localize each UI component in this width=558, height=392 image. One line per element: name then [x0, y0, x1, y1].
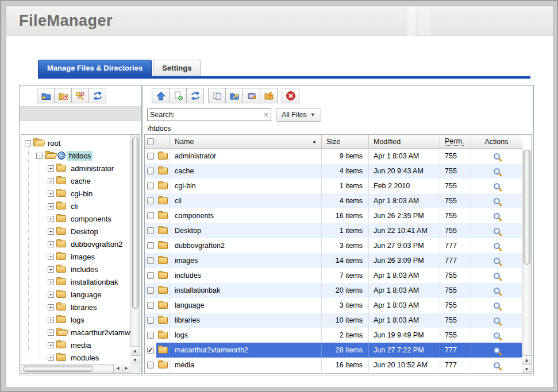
preview-magnifier-icon[interactable] [494, 183, 500, 189]
table-scroll-up-button[interactable]: ▲ [522, 355, 532, 364]
expand-icon[interactable]: + [48, 216, 54, 222]
row-checkbox[interactable] [147, 302, 154, 309]
table-row[interactable]: cli4 itemsApr 1 8:03 AM755 [145, 193, 522, 208]
tree-refresh-button[interactable] [88, 88, 106, 103]
tree-item-media[interactable]: +media [21, 339, 130, 351]
tree-item-htdocs[interactable]: -htdocs [21, 149, 130, 162]
expand-icon[interactable]: + [48, 342, 54, 348]
new-folder-button[interactable] [37, 88, 55, 103]
expand-icon[interactable]: + [48, 203, 54, 209]
row-checkbox[interactable] [147, 272, 154, 279]
table-row[interactable]: includes7 itemsApr 1 8:03 AM755 [145, 268, 522, 283]
tree-item-modules[interactable]: +modules [21, 351, 130, 364]
tree-item-macarthur2vtamworth2[interactable]: -macarthur2vtamworth2 [21, 326, 130, 339]
tab-settings[interactable]: Settings [153, 60, 201, 76]
collapse-icon[interactable]: - [36, 153, 43, 159]
tree-item-components[interactable]: +components [21, 212, 130, 225]
delete-folder-button[interactable] [54, 88, 72, 103]
tree-scroll-right-button[interactable]: ► [122, 364, 130, 373]
table-row[interactable]: logs2 itemsJun 19 9:49 PM755 [145, 328, 522, 343]
expand-icon[interactable]: + [48, 317, 54, 323]
table-row[interactable]: language3 itemsApr 1 8:03 AM755 [145, 298, 522, 313]
row-checkbox[interactable] [147, 257, 154, 264]
table-scroll-down-button[interactable]: ▼ [522, 364, 532, 373]
row-checkbox[interactable] [147, 362, 154, 368]
permissions-button[interactable] [71, 88, 89, 103]
row-checkbox[interactable] [147, 287, 154, 294]
archive-button[interactable] [243, 88, 260, 103]
list-refresh-button[interactable] [186, 88, 204, 103]
row-checkbox[interactable] [147, 332, 154, 339]
expand-icon[interactable]: + [48, 279, 54, 285]
preview-magnifier-icon[interactable] [494, 347, 500, 354]
expand-icon[interactable]: + [48, 355, 54, 361]
search-input[interactable] [148, 111, 261, 119]
row-checkbox[interactable] [147, 183, 154, 189]
tree-item-cli[interactable]: +cli [21, 200, 130, 212]
preview-magnifier-icon[interactable] [494, 288, 500, 294]
extract-button[interactable] [260, 88, 278, 103]
expand-icon[interactable]: + [48, 165, 54, 172]
table-row[interactable]: libraries10 itemsApr 1 8:03 AM755 [145, 313, 522, 328]
tree-item-root[interactable]: -root [21, 137, 130, 149]
table-row[interactable]: cgi-bin1 itemsFeb 2 2010755 [145, 178, 522, 193]
tree-item-dubbovgrafton2[interactable]: +dubbovgrafton2 [21, 238, 130, 250]
tree-item-administrator[interactable]: +administrator [21, 162, 130, 174]
expand-icon[interactable]: + [48, 254, 54, 260]
row-checkbox[interactable] [147, 242, 154, 249]
column-header-perm[interactable]: Perm. [440, 135, 471, 148]
row-checkbox[interactable] [147, 227, 154, 234]
tree-vscroll-thumb[interactable] [132, 137, 138, 309]
column-header-size[interactable]: Size [322, 135, 369, 148]
tree-scroll-left-button[interactable]: ◄ [113, 364, 122, 373]
expand-icon[interactable]: + [48, 304, 54, 311]
preview-magnifier-icon[interactable] [494, 153, 500, 160]
preview-magnifier-icon[interactable] [494, 273, 500, 279]
new-file-button[interactable] [169, 88, 187, 103]
tree-vertical-scrollbar[interactable]: ▲ ▼ [130, 135, 140, 364]
table-row[interactable]: images14 itemsJun 26 3:09 PM777 [145, 253, 522, 268]
table-vscroll-thumb[interactable] [524, 150, 530, 265]
tree-item-installationbak[interactable]: +installationbak [21, 275, 130, 288]
expand-icon[interactable]: + [48, 292, 54, 298]
tree-item-logs[interactable]: +logs [21, 313, 130, 326]
tree-item-libraries[interactable]: +libraries [21, 301, 130, 313]
search-clear-icon[interactable]: ✕ [261, 111, 271, 119]
preview-magnifier-icon[interactable] [494, 168, 500, 174]
tree-scroll-up-button[interactable]: ▲ [130, 346, 140, 355]
expand-icon[interactable]: + [48, 191, 54, 197]
preview-magnifier-icon[interactable] [494, 317, 500, 324]
tree-item-includes[interactable]: +includes [21, 263, 130, 275]
tab-manage-files[interactable]: Manage Files & Directories [38, 60, 152, 76]
row-checkbox[interactable]: ✓ [147, 347, 154, 354]
preview-magnifier-icon[interactable] [494, 198, 500, 204]
tree-item-Desktop[interactable]: +Desktop [21, 225, 130, 238]
preview-magnifier-icon[interactable] [494, 302, 500, 309]
tree-scroll-down-button[interactable]: ▼ [130, 355, 140, 364]
table-row[interactable]: dubbovgrafton23 itemsJun 27 9:03 PM777 [145, 238, 522, 253]
table-row[interactable]: administrator9 itemsApr 1 8:03 AM755 [145, 149, 522, 164]
collapse-icon[interactable]: - [48, 329, 54, 336]
home-button[interactable] [152, 88, 170, 103]
tree-hscroll-thumb[interactable] [23, 366, 93, 372]
row-checkbox[interactable] [147, 168, 154, 174]
table-row[interactable]: components16 itemsJun 26 2:35 PM755 [145, 208, 522, 223]
table-row[interactable]: media16 itemsJun 20 10:52 AM777 [145, 358, 522, 372]
expand-icon[interactable]: + [48, 178, 54, 184]
delete-button[interactable] [282, 88, 299, 103]
table-row[interactable]: cache4 itemsJun 20 9:43 AM755 [145, 164, 522, 178]
row-checkbox[interactable] [147, 212, 154, 219]
tree-item-images[interactable]: +images [21, 250, 130, 263]
expand-icon[interactable]: + [48, 228, 54, 235]
preview-magnifier-icon[interactable] [494, 258, 500, 264]
table-row[interactable]: Desktop1 itemsJun 22 10:41 AM755 [145, 223, 522, 238]
expand-icon[interactable]: + [48, 266, 54, 273]
table-row[interactable]: ✓macarthur2vtamworth228 itemsJun 27 7:22… [145, 343, 522, 358]
row-checkbox[interactable] [147, 153, 154, 160]
select-all-checkbox[interactable] [147, 138, 154, 145]
row-checkbox[interactable] [147, 317, 154, 324]
preview-magnifier-icon[interactable] [494, 332, 500, 339]
collapse-icon[interactable]: - [25, 140, 31, 146]
preview-magnifier-icon[interactable] [494, 213, 500, 219]
column-header-name[interactable]: Name ▲ [170, 135, 322, 148]
